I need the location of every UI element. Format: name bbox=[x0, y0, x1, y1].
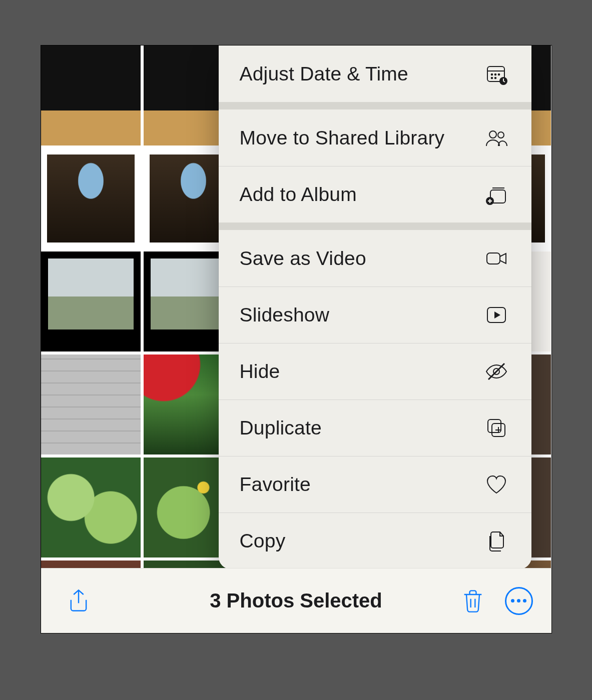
app-frame: Adjust Date & Time Move to Shared Librar… bbox=[41, 45, 552, 634]
duplicate-plus-icon bbox=[482, 414, 510, 442]
photo-thumb[interactable] bbox=[41, 148, 141, 248]
menu-item-favorite[interactable]: Favorite bbox=[219, 456, 531, 512]
svg-point-2 bbox=[491, 74, 492, 75]
photo-thumb[interactable] bbox=[41, 252, 141, 352]
menu-item-label: Save as Video bbox=[240, 248, 482, 270]
menu-separator bbox=[219, 222, 531, 230]
trash-icon bbox=[460, 588, 486, 614]
svg-point-8 bbox=[489, 131, 496, 138]
menu-item-copy[interactable]: Copy bbox=[219, 512, 531, 569]
menu-item-move-shared-library[interactable]: Move to Shared Library bbox=[219, 110, 531, 166]
menu-group: Adjust Date & Time bbox=[219, 46, 531, 102]
svg-rect-12 bbox=[487, 253, 500, 264]
play-rect-icon bbox=[482, 301, 510, 329]
menu-item-hide[interactable]: Hide bbox=[219, 343, 531, 400]
photo-thumb[interactable] bbox=[41, 458, 141, 558]
menu-item-label: Hide bbox=[240, 360, 482, 382]
svg-rect-16 bbox=[488, 420, 501, 432]
eye-slash-icon bbox=[482, 358, 510, 386]
menu-separator bbox=[219, 102, 531, 110]
svg-point-9 bbox=[498, 132, 504, 138]
svg-point-5 bbox=[491, 77, 492, 78]
menu-item-label: Add to Album bbox=[240, 184, 482, 206]
documents-icon bbox=[482, 527, 510, 555]
menu-item-label: Favorite bbox=[240, 474, 482, 496]
svg-line-15 bbox=[488, 364, 504, 380]
menu-item-adjust-date-time[interactable]: Adjust Date & Time bbox=[219, 46, 531, 102]
ellipsis-circle-icon bbox=[505, 587, 533, 615]
menu-item-label: Slideshow bbox=[240, 304, 482, 326]
svg-point-4 bbox=[498, 74, 499, 75]
menu-item-label: Adjust Date & Time bbox=[240, 63, 482, 85]
calendar-clock-icon bbox=[482, 60, 510, 88]
heart-icon bbox=[482, 470, 510, 498]
photo-thumb[interactable] bbox=[41, 354, 141, 454]
menu-group: Save as Video Slideshow Hide Duplicate bbox=[219, 230, 531, 569]
album-add-icon bbox=[482, 180, 510, 208]
menu-group: Move to Shared Library Add to Album bbox=[219, 110, 531, 222]
menu-item-label: Copy bbox=[240, 530, 482, 552]
more-actions-button[interactable] bbox=[501, 584, 536, 618]
action-menu: Adjust Date & Time Move to Shared Librar… bbox=[219, 46, 531, 569]
menu-item-label: Duplicate bbox=[240, 417, 482, 439]
people-icon bbox=[482, 124, 510, 152]
menu-item-add-to-album[interactable]: Add to Album bbox=[219, 166, 531, 222]
trash-button[interactable] bbox=[455, 584, 490, 618]
menu-item-slideshow[interactable]: Slideshow bbox=[219, 286, 531, 343]
photo-thumb[interactable] bbox=[41, 46, 141, 146]
video-icon bbox=[482, 244, 510, 272]
menu-item-duplicate[interactable]: Duplicate bbox=[219, 400, 531, 456]
menu-item-label: Move to Shared Library bbox=[240, 127, 482, 149]
share-button[interactable] bbox=[61, 584, 96, 618]
svg-point-6 bbox=[494, 77, 496, 78]
menu-item-save-as-video[interactable]: Save as Video bbox=[219, 230, 531, 286]
svg-point-3 bbox=[494, 74, 496, 75]
bottom-toolbar: 3 Photos Selected bbox=[41, 568, 551, 633]
share-icon bbox=[66, 588, 92, 614]
